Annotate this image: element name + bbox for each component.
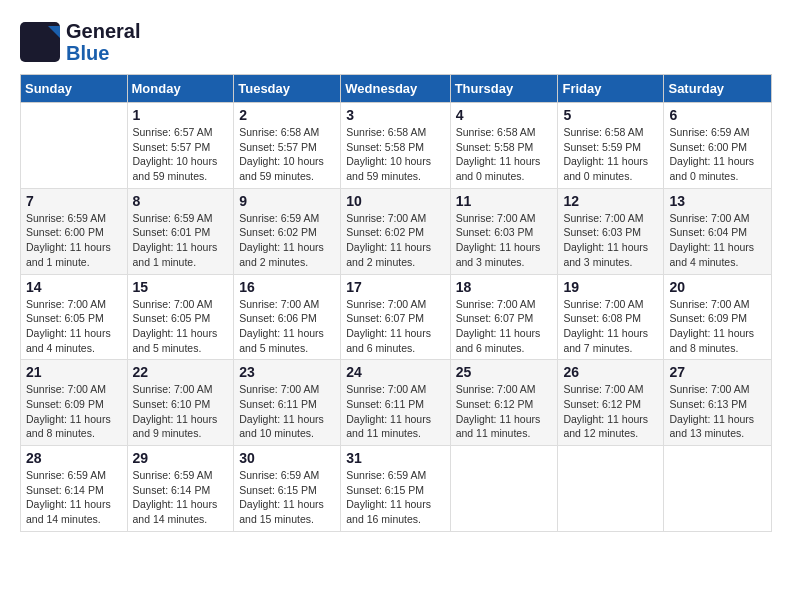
day-number: 11: [456, 193, 553, 209]
logo: General Blue: [20, 20, 140, 64]
day-cell: 6Sunrise: 6:59 AMSunset: 6:00 PMDaylight…: [664, 103, 772, 189]
day-info: Sunrise: 7:00 AMSunset: 6:12 PMDaylight:…: [456, 382, 553, 441]
day-cell: 12Sunrise: 7:00 AMSunset: 6:03 PMDayligh…: [558, 188, 664, 274]
day-cell: 28Sunrise: 6:59 AMSunset: 6:14 PMDayligh…: [21, 446, 128, 532]
day-cell: 10Sunrise: 7:00 AMSunset: 6:02 PMDayligh…: [341, 188, 450, 274]
day-number: 27: [669, 364, 766, 380]
day-cell: 3Sunrise: 6:58 AMSunset: 5:58 PMDaylight…: [341, 103, 450, 189]
day-cell: 16Sunrise: 7:00 AMSunset: 6:06 PMDayligh…: [234, 274, 341, 360]
day-info: Sunrise: 6:59 AMSunset: 6:02 PMDaylight:…: [239, 211, 335, 270]
day-info: Sunrise: 7:00 AMSunset: 6:07 PMDaylight:…: [346, 297, 444, 356]
day-info: Sunrise: 6:58 AMSunset: 5:58 PMDaylight:…: [346, 125, 444, 184]
day-info: Sunrise: 6:58 AMSunset: 5:57 PMDaylight:…: [239, 125, 335, 184]
day-number: 23: [239, 364, 335, 380]
day-number: 29: [133, 450, 229, 466]
header-wednesday: Wednesday: [341, 75, 450, 103]
week-row-0: 1Sunrise: 6:57 AMSunset: 5:57 PMDaylight…: [21, 103, 772, 189]
day-info: Sunrise: 7:00 AMSunset: 6:05 PMDaylight:…: [26, 297, 122, 356]
day-info: Sunrise: 6:59 AMSunset: 6:15 PMDaylight:…: [239, 468, 335, 527]
day-number: 8: [133, 193, 229, 209]
day-number: 18: [456, 279, 553, 295]
day-info: Sunrise: 7:00 AMSunset: 6:09 PMDaylight:…: [669, 297, 766, 356]
day-cell: 30Sunrise: 6:59 AMSunset: 6:15 PMDayligh…: [234, 446, 341, 532]
day-info: Sunrise: 6:58 AMSunset: 5:58 PMDaylight:…: [456, 125, 553, 184]
day-number: 7: [26, 193, 122, 209]
day-number: 6: [669, 107, 766, 123]
day-info: Sunrise: 6:59 AMSunset: 6:01 PMDaylight:…: [133, 211, 229, 270]
week-row-3: 21Sunrise: 7:00 AMSunset: 6:09 PMDayligh…: [21, 360, 772, 446]
page-header: General Blue: [20, 20, 772, 64]
day-number: 28: [26, 450, 122, 466]
day-cell: 9Sunrise: 6:59 AMSunset: 6:02 PMDaylight…: [234, 188, 341, 274]
calendar-header-row: SundayMondayTuesdayWednesdayThursdayFrid…: [21, 75, 772, 103]
day-cell: [558, 446, 664, 532]
day-cell: 2Sunrise: 6:58 AMSunset: 5:57 PMDaylight…: [234, 103, 341, 189]
logo-general: General: [66, 20, 140, 42]
day-number: 24: [346, 364, 444, 380]
calendar-table: SundayMondayTuesdayWednesdayThursdayFrid…: [20, 74, 772, 532]
day-number: 12: [563, 193, 658, 209]
day-info: Sunrise: 7:00 AMSunset: 6:09 PMDaylight:…: [26, 382, 122, 441]
day-cell: 21Sunrise: 7:00 AMSunset: 6:09 PMDayligh…: [21, 360, 128, 446]
header-monday: Monday: [127, 75, 234, 103]
day-cell: 5Sunrise: 6:58 AMSunset: 5:59 PMDaylight…: [558, 103, 664, 189]
day-number: 17: [346, 279, 444, 295]
logo-icon: [20, 22, 60, 62]
header-thursday: Thursday: [450, 75, 558, 103]
day-cell: 1Sunrise: 6:57 AMSunset: 5:57 PMDaylight…: [127, 103, 234, 189]
day-info: Sunrise: 7:00 AMSunset: 6:11 PMDaylight:…: [346, 382, 444, 441]
day-cell: 13Sunrise: 7:00 AMSunset: 6:04 PMDayligh…: [664, 188, 772, 274]
day-info: Sunrise: 6:59 AMSunset: 6:14 PMDaylight:…: [26, 468, 122, 527]
day-cell: 26Sunrise: 7:00 AMSunset: 6:12 PMDayligh…: [558, 360, 664, 446]
day-info: Sunrise: 6:59 AMSunset: 6:15 PMDaylight:…: [346, 468, 444, 527]
day-cell: 24Sunrise: 7:00 AMSunset: 6:11 PMDayligh…: [341, 360, 450, 446]
day-number: 10: [346, 193, 444, 209]
day-number: 25: [456, 364, 553, 380]
day-number: 26: [563, 364, 658, 380]
day-cell: 15Sunrise: 7:00 AMSunset: 6:05 PMDayligh…: [127, 274, 234, 360]
day-info: Sunrise: 6:59 AMSunset: 6:14 PMDaylight:…: [133, 468, 229, 527]
day-info: Sunrise: 7:00 AMSunset: 6:13 PMDaylight:…: [669, 382, 766, 441]
day-info: Sunrise: 7:00 AMSunset: 6:08 PMDaylight:…: [563, 297, 658, 356]
header-tuesday: Tuesday: [234, 75, 341, 103]
day-number: 20: [669, 279, 766, 295]
day-cell: 7Sunrise: 6:59 AMSunset: 6:00 PMDaylight…: [21, 188, 128, 274]
day-cell: 4Sunrise: 6:58 AMSunset: 5:58 PMDaylight…: [450, 103, 558, 189]
day-cell: [21, 103, 128, 189]
day-number: 15: [133, 279, 229, 295]
day-number: 30: [239, 450, 335, 466]
day-number: 22: [133, 364, 229, 380]
day-info: Sunrise: 7:00 AMSunset: 6:06 PMDaylight:…: [239, 297, 335, 356]
day-cell: 27Sunrise: 7:00 AMSunset: 6:13 PMDayligh…: [664, 360, 772, 446]
day-number: 4: [456, 107, 553, 123]
day-info: Sunrise: 6:59 AMSunset: 6:00 PMDaylight:…: [669, 125, 766, 184]
day-cell: 18Sunrise: 7:00 AMSunset: 6:07 PMDayligh…: [450, 274, 558, 360]
day-number: 3: [346, 107, 444, 123]
day-info: Sunrise: 6:57 AMSunset: 5:57 PMDaylight:…: [133, 125, 229, 184]
day-cell: 8Sunrise: 6:59 AMSunset: 6:01 PMDaylight…: [127, 188, 234, 274]
day-number: 21: [26, 364, 122, 380]
header-sunday: Sunday: [21, 75, 128, 103]
day-cell: 20Sunrise: 7:00 AMSunset: 6:09 PMDayligh…: [664, 274, 772, 360]
day-cell: 22Sunrise: 7:00 AMSunset: 6:10 PMDayligh…: [127, 360, 234, 446]
day-cell: 29Sunrise: 6:59 AMSunset: 6:14 PMDayligh…: [127, 446, 234, 532]
day-info: Sunrise: 7:00 AMSunset: 6:02 PMDaylight:…: [346, 211, 444, 270]
day-cell: 25Sunrise: 7:00 AMSunset: 6:12 PMDayligh…: [450, 360, 558, 446]
day-info: Sunrise: 7:00 AMSunset: 6:10 PMDaylight:…: [133, 382, 229, 441]
day-number: 31: [346, 450, 444, 466]
day-number: 5: [563, 107, 658, 123]
day-number: 19: [563, 279, 658, 295]
day-info: Sunrise: 7:00 AMSunset: 6:04 PMDaylight:…: [669, 211, 766, 270]
day-number: 16: [239, 279, 335, 295]
day-cell: [664, 446, 772, 532]
day-number: 2: [239, 107, 335, 123]
day-cell: [450, 446, 558, 532]
day-cell: 14Sunrise: 7:00 AMSunset: 6:05 PMDayligh…: [21, 274, 128, 360]
day-number: 9: [239, 193, 335, 209]
day-number: 14: [26, 279, 122, 295]
logo-blue: Blue: [66, 42, 140, 64]
day-info: Sunrise: 7:00 AMSunset: 6:03 PMDaylight:…: [563, 211, 658, 270]
day-info: Sunrise: 7:00 AMSunset: 6:11 PMDaylight:…: [239, 382, 335, 441]
day-info: Sunrise: 6:59 AMSunset: 6:00 PMDaylight:…: [26, 211, 122, 270]
header-saturday: Saturday: [664, 75, 772, 103]
